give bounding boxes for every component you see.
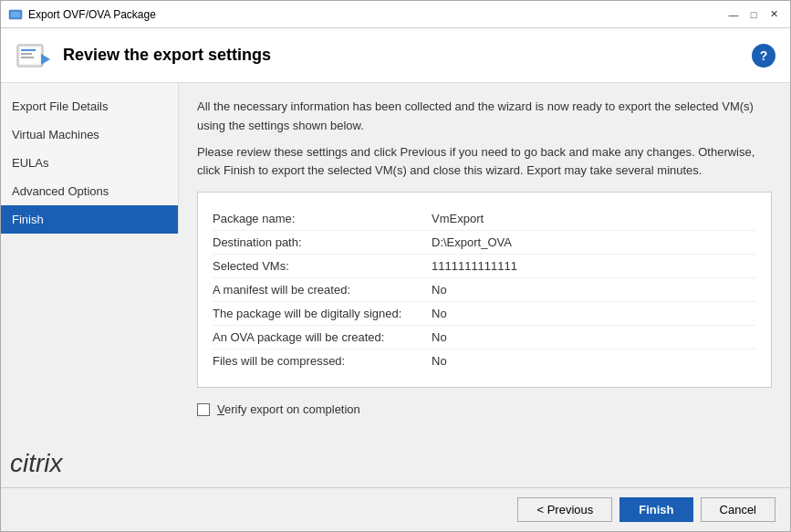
settings-value: No <box>432 354 447 368</box>
cancel-button[interactable]: Cancel <box>701 497 775 522</box>
settings-label: An OVA package will be created: <box>213 330 432 344</box>
settings-label: Selected VMs: <box>213 259 432 273</box>
header-left: Review the export settings <box>16 37 271 74</box>
table-row: The package will be digitally signed: No <box>213 302 756 326</box>
intro-paragraph-1: All the necessary information has been c… <box>197 98 772 136</box>
previous-button[interactable]: < Previous <box>517 497 612 522</box>
footer: < Previous Finish Cancel <box>1 487 790 531</box>
settings-label: The package will be digitally signed: <box>213 307 432 320</box>
settings-value: 1111111111111 <box>432 259 517 273</box>
svg-rect-1 <box>11 12 20 17</box>
window-icon <box>8 7 23 22</box>
verify-label: Verify export on completion <box>217 402 360 416</box>
sidebar: Export File Details Virtual Machines EUL… <box>1 83 179 234</box>
settings-label: Destination path: <box>213 235 432 249</box>
svg-rect-4 <box>21 49 36 51</box>
table-row: A manifest will be created: No <box>213 278 756 302</box>
verify-row: Verify export on completion <box>197 402 772 416</box>
maximize-button[interactable]: □ <box>744 5 763 24</box>
page-title: Review the export settings <box>63 46 271 65</box>
finish-button[interactable]: Finish <box>619 497 692 522</box>
sidebar-item-export-file-details[interactable]: Export File Details <box>1 92 178 120</box>
table-row: Destination path: D:\Export_OVA <box>213 231 756 255</box>
main-window: Export OVF/OVA Package — □ ✕ Review the … <box>0 0 791 532</box>
export-icon <box>16 37 52 74</box>
svg-rect-6 <box>21 57 34 58</box>
title-bar: Export OVF/OVA Package — □ ✕ <box>1 1 790 28</box>
sidebar-wrapper: Export File Details Virtual Machines EUL… <box>1 83 179 487</box>
citrix-logo: citrix <box>10 449 63 478</box>
sidebar-item-finish[interactable]: Finish <box>1 205 178 234</box>
settings-label: A manifest will be created: <box>213 283 432 297</box>
svg-rect-5 <box>21 53 32 55</box>
title-bar-left: Export OVF/OVA Package <box>8 7 156 22</box>
intro-section: All the necessary information has been c… <box>197 98 772 181</box>
sidebar-item-virtual-machines[interactable]: Virtual Machines <box>1 120 178 149</box>
sidebar-item-eulas[interactable]: EULAs <box>1 149 178 177</box>
close-button[interactable]: ✕ <box>765 5 783 24</box>
content-area: Export File Details Virtual Machines EUL… <box>1 83 790 487</box>
title-bar-controls: — □ ✕ <box>724 5 783 24</box>
svg-marker-7 <box>41 54 50 65</box>
table-row: Files will be compressed: No <box>213 349 756 372</box>
settings-box: Package name: VmExport Destination path:… <box>197 192 772 388</box>
table-row: Package name: VmExport <box>213 207 756 231</box>
window-title: Export OVF/OVA Package <box>28 8 156 21</box>
main-content-panel: All the necessary information has been c… <box>179 83 790 487</box>
intro-paragraph-2: Please review these settings and click P… <box>197 143 772 182</box>
settings-value: D:\Export_OVA <box>432 235 512 249</box>
settings-label: Package name: <box>213 212 432 225</box>
header-bar: Review the export settings ? <box>1 28 790 83</box>
table-row: An OVA package will be created: No <box>213 326 756 349</box>
minimize-button[interactable]: — <box>724 5 743 24</box>
settings-value: No <box>432 330 447 344</box>
settings-value: No <box>432 283 447 297</box>
verify-checkbox[interactable] <box>197 403 210 416</box>
settings-label: Files will be compressed: <box>213 354 432 368</box>
table-row: Selected VMs: 1111111111111 <box>213 255 756 278</box>
settings-value: No <box>432 307 447 320</box>
settings-value: VmExport <box>432 212 484 225</box>
sidebar-item-advanced-options[interactable]: Advanced Options <box>1 177 178 205</box>
help-button[interactable]: ? <box>752 44 775 68</box>
